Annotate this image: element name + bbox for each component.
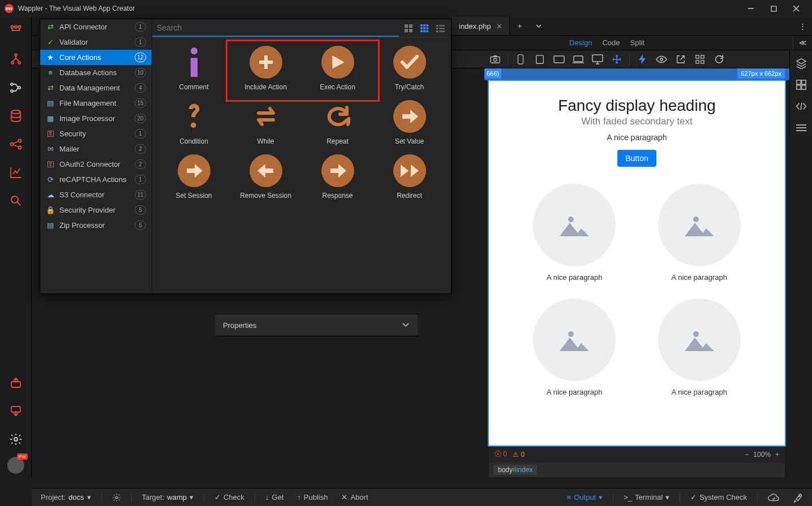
graph-icon[interactable] <box>5 133 27 155</box>
category-item[interactable]: ▤ Zip Processor 5 <box>40 218 152 233</box>
category-label: API Connector <box>59 23 130 31</box>
tab-index[interactable]: index.php ✕ <box>452 17 510 35</box>
category-item[interactable]: ▤ File Management 15 <box>40 96 152 111</box>
search-icon[interactable] <box>5 190 27 211</box>
grid-small-icon[interactable] <box>418 22 431 34</box>
get-button[interactable]: ↓Get <box>262 493 287 501</box>
output-panel-toggle[interactable]: ≡Output▾ <box>564 493 607 501</box>
code-icon[interactable] <box>793 98 809 114</box>
mode-design[interactable]: Design <box>569 38 592 47</box>
new-tab-button[interactable]: ＋ <box>510 17 529 35</box>
action-response[interactable]: Response <box>302 152 373 202</box>
import-icon[interactable] <box>5 400 27 422</box>
rocket-icon[interactable] <box>789 492 806 503</box>
styles-icon[interactable] <box>793 77 809 93</box>
project-selector[interactable]: Project: docs ▾ <box>37 493 94 501</box>
breadcrumb-node[interactable]: body#index <box>493 465 537 475</box>
category-item[interactable]: ⇄ API Connector 1 <box>40 19 152 34</box>
action-while[interactable]: While <box>230 98 302 148</box>
tab-dropdown-icon[interactable] <box>529 17 548 35</box>
search-input[interactable] <box>152 20 399 37</box>
laptop-icon[interactable] <box>570 52 587 67</box>
zoom-in-button[interactable]: + <box>775 451 779 459</box>
list-icon[interactable] <box>793 120 809 136</box>
abort-button[interactable]: ✕Abort <box>338 493 371 501</box>
category-item[interactable]: ⇄ Data Management 4 <box>40 80 152 96</box>
category-item[interactable]: ✉ Mailer 2 <box>40 141 152 157</box>
move-icon[interactable] <box>608 52 625 67</box>
user-avatar[interactable]: Pro <box>7 457 24 474</box>
workflow-icon[interactable] <box>5 20 27 42</box>
tab-label: index.php <box>459 22 491 31</box>
action-set-value[interactable]: Set Value <box>373 98 445 148</box>
svg-rect-47 <box>409 29 413 32</box>
category-item[interactable]: ≡ Database Actions 10 <box>40 65 152 80</box>
category-item[interactable]: ▦ Image Processor 20 <box>40 111 152 126</box>
close-button[interactable] <box>785 0 807 17</box>
category-item[interactable]: ⚿ OAuth2 Connector 2 <box>40 157 152 172</box>
list-view-icon[interactable] <box>434 22 446 34</box>
category-item[interactable]: ⟳ reCAPTCHA Actions 1 <box>40 172 152 187</box>
branch-icon[interactable] <box>5 49 27 70</box>
refresh-icon[interactable] <box>711 52 728 67</box>
properties-header[interactable]: Properties <box>215 314 418 336</box>
category-item[interactable]: ★ Core Actions 12 <box>40 50 152 65</box>
action-grid: Comment Include Action Exec Action Try/C… <box>152 38 451 293</box>
eye-icon[interactable] <box>653 52 670 67</box>
action-condition[interactable]: Condition <box>158 98 230 148</box>
svg-rect-60 <box>439 28 445 29</box>
error-count-icon[interactable]: ⓧ 0 <box>495 449 507 459</box>
action-comment[interactable]: Comment <box>158 44 230 93</box>
overflow-menu-icon[interactable]: ⋮ <box>793 17 812 35</box>
terminal-panel-toggle[interactable]: >_Terminal▾ <box>620 493 673 501</box>
tablet-portrait-icon[interactable] <box>531 52 548 67</box>
flow-icon[interactable] <box>5 77 27 98</box>
cloud-sync-icon[interactable] <box>764 493 783 502</box>
action-set-session[interactable]: Set Session <box>158 152 230 202</box>
mode-code[interactable]: Code <box>602 38 620 47</box>
export-icon[interactable] <box>5 372 27 393</box>
action-picker: ⇄ API Connector 1✓ Validator 1★ Core Act… <box>40 19 452 294</box>
action-exec-action[interactable]: Exec Action <box>302 44 373 93</box>
action-repeat[interactable]: Repeat <box>302 98 373 148</box>
action-try-catch[interactable]: Try/Catch <box>373 44 445 93</box>
mode-split[interactable]: Split <box>630 38 645 47</box>
tablet-landscape-icon[interactable] <box>551 52 568 67</box>
action-include-action[interactable]: Include Action <box>230 44 302 93</box>
desktop-icon[interactable] <box>589 52 606 67</box>
mobile-icon[interactable] <box>512 52 529 67</box>
category-item[interactable]: 🔒 Security Provider 5 <box>40 202 152 218</box>
tab-close-icon[interactable]: ✕ <box>496 22 502 31</box>
grid-large-icon[interactable] <box>402 22 415 34</box>
action-remove-session[interactable]: Remove Session <box>230 152 302 202</box>
database-icon[interactable] <box>5 105 27 127</box>
external-link-icon[interactable] <box>672 52 689 67</box>
target-selector[interactable]: Target: wamp ▾ <box>139 493 197 501</box>
chart-icon[interactable] <box>5 162 27 183</box>
layers-icon[interactable] <box>793 55 809 71</box>
maximize-button[interactable] <box>762 0 785 17</box>
svg-rect-40 <box>801 85 805 89</box>
publish-button[interactable]: ↑Publish <box>294 493 331 501</box>
category-item[interactable]: ✓ Validator 1 <box>40 34 152 50</box>
system-check-button[interactable]: ✓System Check <box>687 493 750 501</box>
category-item[interactable]: ☁ S3 Connector 11 <box>40 187 152 202</box>
collapse-right-icon[interactable]: ≪ <box>793 36 812 50</box>
qr-icon[interactable] <box>691 52 708 67</box>
warning-count-icon[interactable]: ⚠ 0 <box>513 451 525 459</box>
page-button[interactable]: Button <box>617 150 656 167</box>
project-settings-icon[interactable] <box>109 493 124 502</box>
action-redirect[interactable]: Redirect <box>373 152 445 202</box>
category-item[interactable]: ⚿ Security 1 <box>40 126 152 141</box>
lightning-icon[interactable] <box>634 52 651 67</box>
minimize-button[interactable] <box>740 0 762 17</box>
check-button[interactable]: ✓Check <box>211 493 248 501</box>
zoom-out-button[interactable]: − <box>745 451 749 459</box>
settings-icon[interactable] <box>5 429 27 450</box>
card-caption: A nice paragraph <box>672 388 727 396</box>
svg-point-15 <box>18 140 21 142</box>
svg-rect-56 <box>426 30 428 32</box>
design-canvas[interactable]: Fancy display heading With faded seconda… <box>489 81 785 446</box>
camera-icon[interactable] <box>487 52 504 67</box>
action-icon <box>250 154 282 187</box>
